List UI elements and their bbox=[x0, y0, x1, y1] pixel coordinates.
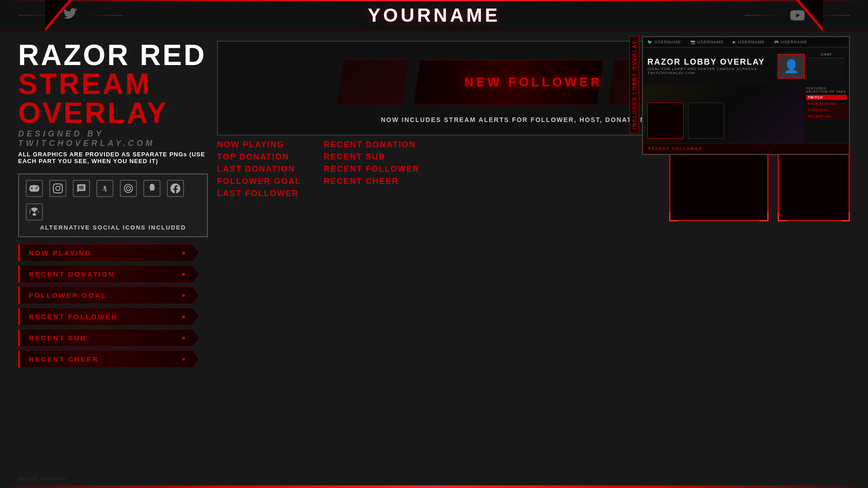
header-deco-right bbox=[769, 0, 823, 32]
lobby-chat-label: CHAT bbox=[808, 51, 844, 58]
cam-corner-bl-1 bbox=[669, 212, 678, 221]
lobby-preview: 🐦 USERNAME 📷 USERNAME ▶ USERNAME 🎮 USERN… bbox=[642, 36, 850, 155]
header-deco-left bbox=[45, 0, 99, 32]
lobby-preview-container: INCLUDES LOBBY OVERLAY 🐦 USERNAME 📷 USER… bbox=[642, 36, 850, 155]
panel-button-recent-follower[interactable]: RECENT FOLLOWER bbox=[18, 308, 199, 325]
title-stream: STREAM OVERLAY bbox=[18, 70, 208, 127]
bottom-accent bbox=[0, 485, 868, 488]
lobby-username-4: 🎮 USERNAME bbox=[774, 40, 808, 44]
lobby-tags-panel: FEATURES SELECTION OF TABS TWITCH ROLE P… bbox=[804, 84, 849, 143]
left-panel: RAZOR RED STREAM OVERLAY DESIGNED BY TWI… bbox=[18, 41, 208, 479]
subtitle-graphics: ALL GRAPHICS ARE PROVIDED AS SEPARATE PN… bbox=[18, 151, 208, 164]
panel-button-recent-cheer[interactable]: RECENT CHEER bbox=[18, 350, 199, 368]
cam-corner-br-1 bbox=[760, 212, 769, 221]
social-icon-target bbox=[120, 180, 137, 197]
lobby-sidebar-label: INCLUDES LOBBY OVERLAY bbox=[629, 36, 639, 133]
social-icon-instagram bbox=[49, 180, 66, 197]
lobby-top-bar: 🐦 USERNAME 📷 USERNAME ▶ USERNAME 🎮 USERN… bbox=[643, 37, 849, 47]
new-follower-label: NEW FOLLOWER bbox=[464, 75, 602, 89]
social-icons-box: ALTERNATIVE SOCIAL ICONS INCLUDED bbox=[18, 174, 208, 237]
social-icon-facebook bbox=[167, 180, 184, 197]
subtitle-designed: DESIGNED BY TWITCHOVERLAY.COM bbox=[18, 129, 208, 148]
lobby-tag-1: ROLE PLAYING bbox=[806, 101, 847, 106]
info-col-1: NOW PLAYING TOP DONATION LAST DONATION F… bbox=[217, 140, 301, 221]
lobby-avatar: 👤 bbox=[778, 54, 805, 79]
lobby-tags-title: FEATURES SELECTION OF TABS bbox=[806, 87, 847, 93]
info-label-last-follower: LAST FOLLOWER bbox=[217, 189, 301, 198]
game-thumb-2 bbox=[688, 103, 724, 139]
lobby-domain: TWITCHOVERLAY.COM bbox=[647, 71, 778, 75]
avatar-person-icon: 👤 bbox=[783, 59, 799, 74]
lobby-tag-3: RECENT CH... bbox=[806, 114, 847, 119]
info-label-top-donation: TOP DONATION bbox=[217, 152, 301, 162]
lobby-chat-area: CHAT bbox=[808, 51, 844, 81]
info-label-recent-sub: RECENT SUB bbox=[324, 152, 420, 162]
svg-point-2 bbox=[128, 188, 129, 189]
title-razor: RAZOR RED bbox=[18, 41, 208, 70]
panel-button-now-playing[interactable]: NOW PLAYING bbox=[18, 244, 199, 262]
info-label-follower-goal: FOLLOWER GOAL bbox=[217, 177, 301, 186]
info-label-recent-cheer: RECENT CHEER bbox=[324, 177, 420, 186]
panel-button-recent-sub[interactable]: RECENT SUB bbox=[18, 329, 199, 347]
watermark: decent followeD bbox=[18, 476, 67, 481]
social-icon-playstation bbox=[96, 180, 113, 197]
lobby-username-3: ▶ USERNAME bbox=[733, 40, 765, 44]
info-col-2: RECENT DONATION RECENT SUB RECENT FOLLOW… bbox=[324, 140, 420, 221]
info-label-recent-follower: RECENT FOLLOWER bbox=[324, 164, 420, 174]
social-icon-chat bbox=[73, 180, 90, 197]
social-icons-row bbox=[26, 180, 200, 221]
lobby-username-1: 🐦 USERNAME bbox=[647, 40, 681, 44]
top-header: YOURNAME bbox=[0, 0, 868, 32]
lobby-header: RAZOR LOBBY OVERLAY IDEAL FOR LOBBY AND … bbox=[643, 47, 849, 84]
social-icon-xbox bbox=[26, 203, 43, 221]
cam-corner-br-2 bbox=[841, 212, 850, 221]
lobby-main-area: FEATURES SELECTION OF TABS TWITCH ROLE P… bbox=[643, 84, 849, 143]
lobby-game-preview bbox=[643, 84, 804, 143]
nf-shape-left bbox=[337, 60, 409, 105]
social-icons-label: ALTERNATIVE SOCIAL ICONS INCLUDED bbox=[26, 224, 200, 231]
panel-button-follower-goal[interactable]: FOLLOWER GOAL bbox=[18, 286, 199, 304]
game-thumb-1 bbox=[647, 103, 684, 139]
lobby-title-text: RAZOR LOBBY OVERLAY IDEAL FOR LOBBY AND … bbox=[647, 57, 778, 75]
social-icon-gaming bbox=[26, 180, 43, 197]
lobby-tag-2: STRATEGY bbox=[806, 108, 847, 113]
lobby-chat-content bbox=[808, 58, 844, 81]
title-section: RAZOR RED STREAM OVERLAY DESIGNED BY TWI… bbox=[18, 41, 208, 164]
lobby-main-title: RAZOR LOBBY OVERLAY bbox=[647, 57, 778, 67]
lobby-subtitle: IDEAL FOR LOBBY AND SERVER CHANGE SCREEN… bbox=[647, 67, 778, 71]
lobby-footer: RECENT FOLLOWER bbox=[643, 143, 849, 154]
social-icon-snapchat bbox=[143, 180, 160, 197]
lobby-tag-0: TWITCH bbox=[806, 95, 847, 100]
info-label-recent-donation: RECENT DONATION bbox=[324, 140, 420, 150]
lobby-username-2: 📷 USERNAME bbox=[690, 40, 724, 44]
panel-button-recent-donation[interactable]: RECENT DONATION bbox=[18, 265, 199, 283]
info-label-now-playing: NOW PLAYING bbox=[217, 140, 301, 150]
panel-buttons-list: NOW PLAYING RECENT DONATION FOLLOWER GOA… bbox=[18, 244, 208, 368]
site-name: YOURNAME bbox=[368, 5, 500, 26]
cam-corner-bl-2 bbox=[778, 212, 787, 221]
info-label-last-donation: LAST DONATION bbox=[217, 164, 301, 174]
